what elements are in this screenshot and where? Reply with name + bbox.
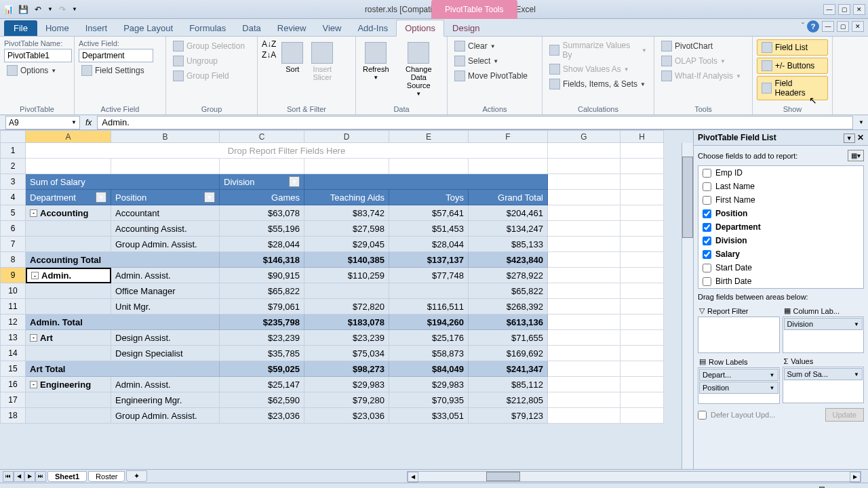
cell[interactable]: $212,805	[469, 392, 548, 408]
wb-restore-button[interactable]: ▢	[837, 21, 849, 32]
expand-button[interactable]: -	[31, 272, 39, 279]
cell[interactable]: Unit Mgr.	[111, 299, 220, 314]
select-button[interactable]: Select▼	[452, 54, 530, 68]
cell[interactable]: Design Specialist	[111, 346, 220, 361]
cell[interactable]: $33,051	[389, 408, 469, 424]
cell[interactable]	[620, 221, 664, 237]
field-checkbox[interactable]	[703, 237, 711, 245]
field-panel-close-icon[interactable]: ✕	[857, 133, 864, 142]
expand-button[interactable]: -	[30, 334, 37, 342]
cell[interactable]	[548, 268, 620, 283]
cell[interactable]: Position▼	[111, 190, 220, 205]
plusminus-toggle[interactable]: +/- Buttons	[757, 58, 828, 74]
cell[interactable]: $35,785	[220, 346, 304, 361]
row-header-6[interactable]: 6	[0, 221, 26, 237]
cell[interactable]: $51,453	[389, 221, 469, 237]
cell[interactable]: $62,590	[220, 392, 304, 408]
cell[interactable]: Group Admin. Assist.	[111, 408, 220, 424]
cell[interactable]: Accounting Assist.	[111, 221, 220, 237]
field-item-position[interactable]: Position	[698, 207, 863, 220]
cell[interactable]: $70,935	[389, 392, 469, 408]
row-chip-department[interactable]: Depart...▼	[699, 369, 778, 381]
row-header-8[interactable]: 8	[0, 252, 26, 268]
tab-design[interactable]: Design	[444, 20, 488, 36]
new-sheet-button[interactable]: ✦	[126, 470, 147, 482]
tab-options[interactable]: Options	[396, 20, 444, 37]
redo-icon[interactable]: ↷	[57, 4, 68, 15]
undo-dropdown[interactable]: ▼	[47, 6, 53, 12]
cell[interactable]	[620, 159, 664, 174]
undo-icon[interactable]: ↶	[33, 4, 43, 15]
select-all-corner[interactable]	[0, 130, 26, 143]
cell[interactable]	[548, 174, 620, 190]
row-header-3[interactable]: 3	[0, 174, 26, 190]
cell[interactable]: Toys	[389, 190, 469, 205]
cell[interactable]: $423,840	[469, 252, 548, 268]
tab-addins[interactable]: Add-Ins	[349, 20, 396, 36]
area-values-box[interactable]: Sum of Sa...▼	[783, 367, 865, 403]
col-header-C[interactable]: C	[220, 130, 304, 143]
cell[interactable]: $63,078	[220, 205, 304, 221]
field-checkbox[interactable]	[703, 209, 711, 218]
cell[interactable]	[620, 299, 664, 314]
cell[interactable]: $71,655	[469, 330, 548, 346]
cell[interactable]	[548, 205, 620, 221]
col-header-E[interactable]: E	[389, 130, 469, 143]
field-checkbox[interactable]	[703, 264, 711, 272]
cell[interactable]	[548, 221, 620, 237]
cell[interactable]	[620, 283, 664, 299]
cell[interactable]: $29,983	[389, 377, 469, 392]
maximize-button[interactable]: ▢	[838, 4, 850, 15]
expand-button[interactable]: -	[30, 381, 37, 388]
cell[interactable]: $613,136	[469, 314, 548, 330]
row-header-17[interactable]: 17	[0, 392, 26, 408]
field-checkbox[interactable]	[703, 223, 711, 232]
field-item-department[interactable]: Department	[698, 220, 863, 234]
cell[interactable]	[548, 361, 620, 377]
cell[interactable]: $268,392	[469, 299, 548, 314]
row-header-18[interactable]: 18	[0, 408, 26, 424]
tab-file[interactable]: File	[4, 20, 37, 36]
cell[interactable]: $57,641	[389, 205, 469, 221]
layout-options-icon[interactable]: ▦▾	[848, 150, 864, 161]
sheet-tab-sheet1[interactable]: Sheet1	[47, 471, 87, 482]
cell[interactable]	[548, 190, 620, 205]
cell[interactable]	[620, 190, 664, 205]
tab-formulas[interactable]: Formulas	[181, 20, 234, 36]
cell[interactable]: $75,034	[304, 346, 389, 361]
cell[interactable]: Admin. Assist.	[111, 377, 220, 392]
cell[interactable]: Teaching Aids	[304, 190, 389, 205]
cell[interactable]	[26, 221, 111, 237]
col-header-A[interactable]: A	[26, 130, 111, 143]
cell[interactable]: -Art	[26, 330, 111, 346]
row-header-9[interactable]: 9	[0, 268, 26, 283]
cell[interactable]	[548, 330, 620, 346]
vertical-scrollbar[interactable]	[682, 143, 693, 469]
tab-page-layout[interactable]: Page Layout	[115, 20, 181, 36]
cell[interactable]	[26, 237, 111, 252]
field-panel-dropdown-icon[interactable]: ▼	[844, 134, 855, 143]
cell[interactable]: Accountant	[111, 205, 220, 221]
cell[interactable]	[548, 159, 620, 174]
cell[interactable]	[389, 283, 469, 299]
help-icon[interactable]: ?	[807, 20, 819, 33]
cell[interactable]	[620, 143, 664, 159]
field-checkbox[interactable]	[703, 169, 711, 178]
cell[interactable]	[26, 299, 111, 314]
row-header-5[interactable]: 5	[0, 205, 26, 221]
cell[interactable]	[220, 159, 304, 174]
cell[interactable]: $28,044	[389, 237, 469, 252]
cell[interactable]	[620, 361, 664, 377]
cell[interactable]: $110,259	[304, 268, 389, 283]
row-chip-position[interactable]: Position▼	[699, 382, 778, 394]
cell[interactable]	[26, 283, 111, 299]
refresh-button[interactable]: Refresh▼	[360, 39, 392, 83]
value-chip-sum[interactable]: Sum of Sa...▼	[784, 368, 863, 380]
row-header-15[interactable]: 15	[0, 361, 26, 377]
tab-view[interactable]: View	[314, 20, 349, 36]
col-header-B[interactable]: B	[111, 130, 220, 143]
cell[interactable]: Drop Report Filter Fields Here	[26, 143, 548, 159]
row-header-16[interactable]: 16	[0, 377, 26, 392]
cell[interactable]	[620, 252, 664, 268]
active-field-input[interactable]	[79, 49, 153, 62]
